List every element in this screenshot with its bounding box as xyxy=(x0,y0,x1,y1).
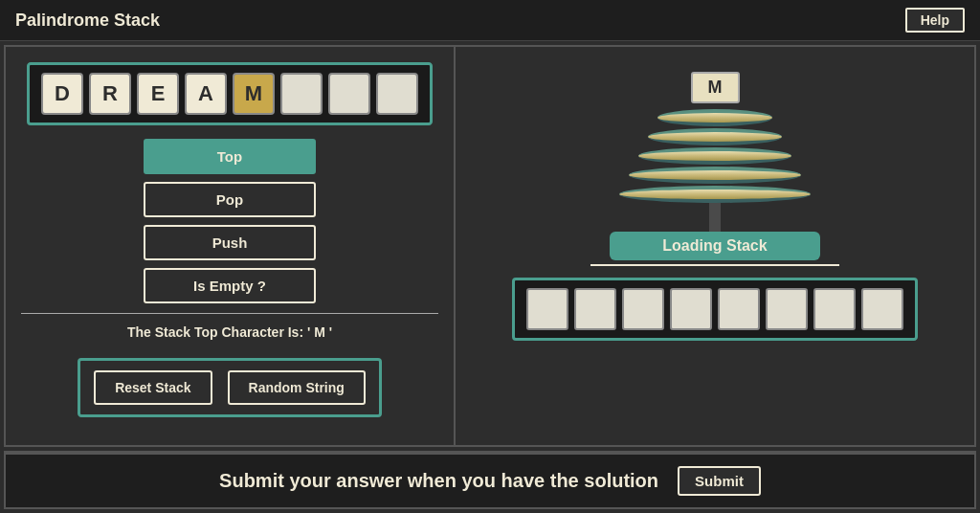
title-bar: Palindrome Stack Help xyxy=(0,0,980,41)
push-button[interactable]: Push xyxy=(144,225,316,260)
stack-base-line xyxy=(590,264,839,266)
help-button[interactable]: Help xyxy=(905,8,965,33)
disc-4 xyxy=(629,167,801,184)
disc-5 xyxy=(619,186,811,203)
isempty-button[interactable]: Is Empty ? xyxy=(144,268,316,303)
stack-buttons: Top Pop Push Is Empty ? xyxy=(144,139,316,303)
random-string-button[interactable]: Random String xyxy=(228,370,366,405)
tile-m: M xyxy=(233,73,275,115)
tile-r: R xyxy=(89,73,131,115)
action-buttons-group: Reset Stack Random String xyxy=(78,358,382,417)
bottom-wrapper: Submit your answer when you have the sol… xyxy=(4,451,976,509)
stack-visual: M Loading Stack xyxy=(590,72,839,270)
disc-container xyxy=(619,109,811,203)
answer-tile-6 xyxy=(766,288,808,330)
app-container: Palindrome Stack Help D R E A M Top Pop … xyxy=(0,0,980,513)
stack-top-label: M xyxy=(691,72,740,103)
main-content: D R E A M Top Pop Push Is Empty ? The St… xyxy=(4,45,976,447)
app-title: Palindrome Stack xyxy=(15,11,160,31)
disc-1 xyxy=(657,109,772,126)
disc-3 xyxy=(638,147,791,165)
submit-bar: Submit your answer when you have the sol… xyxy=(6,453,974,507)
tile-empty-3 xyxy=(376,73,418,115)
reset-stack-button[interactable]: Reset Stack xyxy=(94,370,212,405)
answer-tile-1 xyxy=(526,288,568,330)
letter-tiles-row: D R E A M xyxy=(27,62,433,125)
answer-tile-8 xyxy=(861,288,903,330)
answer-tile-2 xyxy=(574,288,616,330)
stack-base: Loading Stack xyxy=(610,232,820,260)
disc-2 xyxy=(648,128,782,145)
tile-a: A xyxy=(185,73,227,115)
pop-button[interactable]: Pop xyxy=(144,182,316,217)
answer-tile-5 xyxy=(718,288,760,330)
answer-tile-7 xyxy=(813,288,856,330)
disc-pole xyxy=(709,203,721,232)
submit-text: Submit your answer when you have the sol… xyxy=(219,470,658,492)
tile-e: E xyxy=(137,73,179,115)
status-text: The Stack Top Character Is: ' M ' xyxy=(127,324,332,340)
right-panel: M Loading Stack xyxy=(456,47,974,445)
tile-empty-1 xyxy=(280,73,323,115)
left-panel: D R E A M Top Pop Push Is Empty ? The St… xyxy=(6,47,456,445)
answer-tile-3 xyxy=(622,288,664,330)
answer-tile-4 xyxy=(670,288,712,330)
status-section: The Stack Top Character Is: ' M ' xyxy=(21,313,438,341)
answer-tiles-row xyxy=(512,278,918,341)
tile-empty-2 xyxy=(328,73,370,115)
top-button[interactable]: Top xyxy=(144,139,316,174)
submit-button[interactable]: Submit xyxy=(678,466,761,496)
tile-d: D xyxy=(41,73,83,115)
